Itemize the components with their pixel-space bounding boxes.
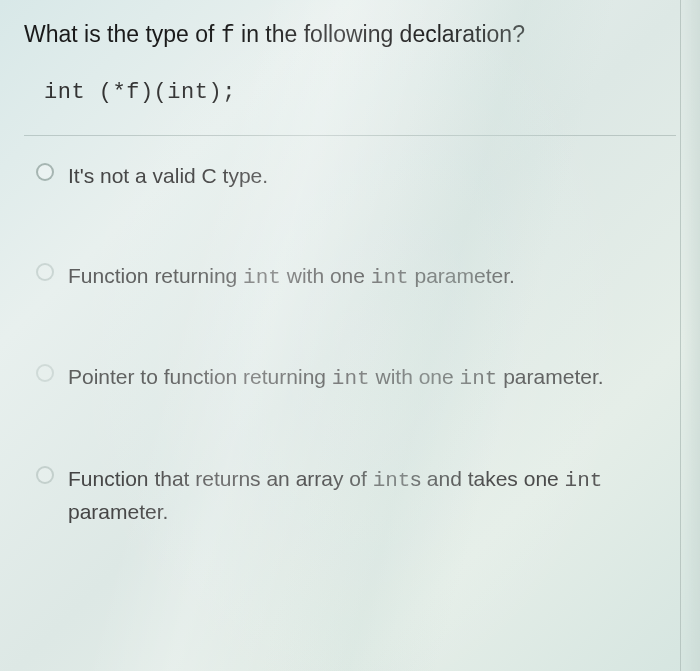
radio-icon[interactable] <box>36 163 54 181</box>
option-1[interactable]: It's not a valid C type. <box>24 160 676 192</box>
option-4-text: Function that returns an array of ints a… <box>68 463 664 528</box>
radio-icon[interactable] <box>36 364 54 382</box>
radio-icon[interactable] <box>36 466 54 484</box>
question-prefix: What is the type of <box>24 21 221 47</box>
question-variable: f <box>221 23 235 49</box>
option-2-text: Function returning int with one int para… <box>68 260 515 294</box>
code-declaration: int (*f)(int); <box>24 72 676 135</box>
option-1-text: It's not a valid C type. <box>68 160 268 192</box>
option-2[interactable]: Function returning int with one int para… <box>24 260 676 294</box>
option-3[interactable]: Pointer to function returning int with o… <box>24 361 676 395</box>
question-suffix: in the following declaration? <box>235 21 525 47</box>
options-list: It's not a valid C type. Function return… <box>24 136 676 528</box>
option-3-text: Pointer to function returning int with o… <box>68 361 604 395</box>
radio-icon[interactable] <box>36 263 54 281</box>
screen-edge <box>680 0 700 671</box>
option-4[interactable]: Function that returns an array of ints a… <box>24 463 676 528</box>
question-prompt: What is the type of f in the following d… <box>24 18 676 52</box>
quiz-card: What is the type of f in the following d… <box>0 0 700 546</box>
